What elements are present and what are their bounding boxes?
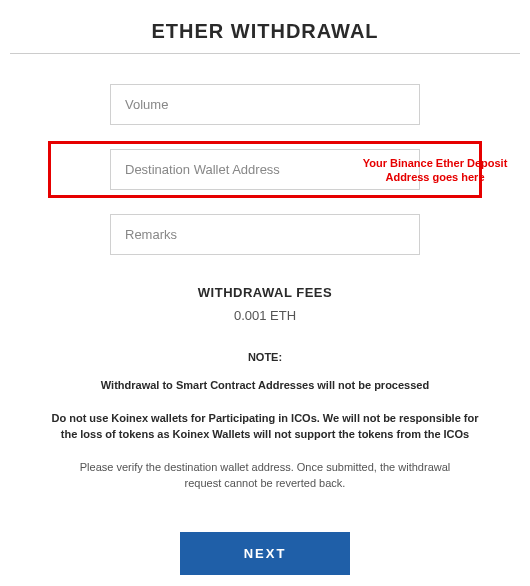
note-heading: NOTE: bbox=[10, 351, 520, 363]
remarks-input[interactable] bbox=[110, 214, 420, 255]
note-smart-contract: Withdrawal to Smart Contract Addresses w… bbox=[50, 377, 480, 394]
destination-address-input[interactable] bbox=[110, 149, 420, 190]
note-verify-address: Please verify the destination wallet add… bbox=[60, 459, 470, 492]
note-ico-warning: Do not use Koinex wallets for Participat… bbox=[50, 410, 480, 443]
remarks-field-wrap bbox=[110, 214, 420, 255]
title-divider bbox=[10, 53, 520, 54]
withdrawal-form: Your Binance Ether Deposit Address goes … bbox=[110, 84, 420, 255]
volume-field-wrap bbox=[110, 84, 420, 125]
fees-value: 0.001 ETH bbox=[10, 308, 520, 323]
fees-heading: WITHDRAWAL FEES bbox=[10, 285, 520, 300]
page-title: ETHER WITHDRAWAL bbox=[10, 20, 520, 43]
destination-field-wrap: Your Binance Ether Deposit Address goes … bbox=[50, 143, 480, 196]
next-button[interactable]: NEXT bbox=[180, 532, 350, 575]
volume-input[interactable] bbox=[110, 84, 420, 125]
